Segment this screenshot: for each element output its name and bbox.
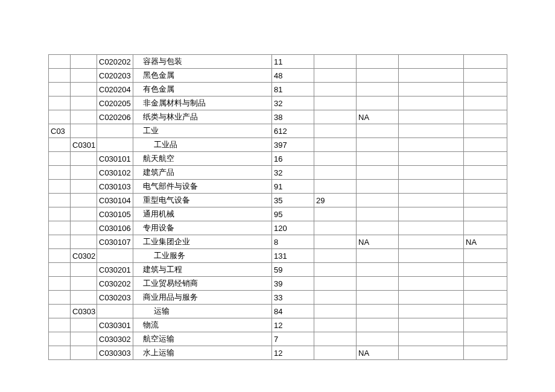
value-cell-5 xyxy=(464,277,507,291)
name-cell: 电气部件与设备 xyxy=(133,180,272,194)
value-cell-1: 397 xyxy=(272,138,314,152)
code-level3-cell: C030101 xyxy=(97,152,133,166)
table-row: C03工业612 xyxy=(49,124,507,138)
value-cell-1: 32 xyxy=(272,96,314,110)
value-cell-3 xyxy=(357,194,399,207)
value-cell-4 xyxy=(399,332,464,346)
value-cell-2 xyxy=(314,332,357,346)
value-cell-1: 131 xyxy=(272,249,314,263)
code-level1-cell xyxy=(49,180,71,194)
name-cell: 通用机械 xyxy=(133,207,272,221)
code-level1-cell xyxy=(49,138,71,152)
name-cell: 工业集团企业 xyxy=(133,235,272,249)
value-cell-5 xyxy=(464,96,507,110)
value-cell-2 xyxy=(314,207,357,221)
name-cell: 黑色金属 xyxy=(133,69,272,83)
code-level2-cell xyxy=(71,235,97,249)
name-cell: 物流 xyxy=(133,318,272,332)
table-row: C030103电气部件与设备91 xyxy=(49,180,507,194)
value-cell-5 xyxy=(464,180,507,194)
table-row: C030107工业集团企业8NANA xyxy=(49,235,507,249)
value-cell-1: 16 xyxy=(272,152,314,166)
value-cell-5 xyxy=(464,249,507,263)
value-cell-3 xyxy=(357,180,399,194)
value-cell-2 xyxy=(314,152,357,166)
value-cell-5: NA xyxy=(464,235,507,249)
value-cell-2 xyxy=(314,235,357,249)
code-level3-cell xyxy=(97,138,133,152)
table-row: C020206纸类与林业产品38NA xyxy=(49,110,507,124)
code-level2-cell xyxy=(71,221,97,235)
name-cell: 纸类与林业产品 xyxy=(133,110,272,124)
value-cell-2 xyxy=(314,249,357,263)
value-cell-3 xyxy=(357,69,399,83)
value-cell-2 xyxy=(314,166,357,180)
code-level1-cell: C03 xyxy=(49,124,71,138)
value-cell-5 xyxy=(464,346,507,360)
table-row: C0301工业品397 xyxy=(49,138,507,152)
value-cell-1: 38 xyxy=(272,110,314,124)
code-level2-cell xyxy=(71,332,97,346)
name-cell: 航天航空 xyxy=(133,152,272,166)
industry-classification-table: C020202容器与包装11C020203黑色金属48C020204有色金属81… xyxy=(48,54,507,360)
code-level1-cell xyxy=(49,249,71,263)
value-cell-1: 12 xyxy=(272,318,314,332)
table-row: C0302工业服务131 xyxy=(49,249,507,263)
value-cell-1: 8 xyxy=(272,235,314,249)
value-cell-4 xyxy=(399,221,464,235)
table-row: C020205非金属材料与制品32 xyxy=(49,96,507,110)
value-cell-5 xyxy=(464,83,507,96)
code-level2-cell xyxy=(71,124,97,138)
value-cell-1: 612 xyxy=(272,124,314,138)
value-cell-3 xyxy=(357,152,399,166)
value-cell-4 xyxy=(399,180,464,194)
code-level1-cell xyxy=(49,332,71,346)
code-level2-cell xyxy=(71,194,97,207)
value-cell-5 xyxy=(464,263,507,277)
code-level2-cell xyxy=(71,96,97,110)
value-cell-3 xyxy=(357,221,399,235)
value-cell-1: 39 xyxy=(272,277,314,291)
table-row: C030101航天航空16 xyxy=(49,152,507,166)
code-level3-cell: C020205 xyxy=(97,96,133,110)
code-level3-cell: C030107 xyxy=(97,235,133,249)
value-cell-1: 81 xyxy=(272,83,314,96)
code-level3-cell xyxy=(97,249,133,263)
code-level3-cell: C030106 xyxy=(97,221,133,235)
code-level2-cell xyxy=(71,346,97,360)
value-cell-5 xyxy=(464,291,507,305)
table-row: C030104重型电气设备3529 xyxy=(49,194,507,207)
value-cell-5 xyxy=(464,305,507,318)
code-level1-cell xyxy=(49,221,71,235)
code-level3-cell: C030203 xyxy=(97,291,133,305)
code-level1-cell xyxy=(49,235,71,249)
value-cell-2 xyxy=(314,55,357,69)
code-level1-cell xyxy=(49,207,71,221)
code-level2-cell xyxy=(71,263,97,277)
code-level2-cell xyxy=(71,83,97,96)
name-cell: 有色金属 xyxy=(133,83,272,96)
table-row: C020204有色金属81 xyxy=(49,83,507,96)
value-cell-5 xyxy=(464,110,507,124)
value-cell-3 xyxy=(357,305,399,318)
value-cell-3: NA xyxy=(357,346,399,360)
code-level2-cell xyxy=(71,277,97,291)
code-level3-cell: C030303 xyxy=(97,346,133,360)
name-cell: 水上运输 xyxy=(133,346,272,360)
table-row: C030202工业贸易经销商39 xyxy=(49,277,507,291)
value-cell-1: 59 xyxy=(272,263,314,277)
value-cell-5 xyxy=(464,166,507,180)
code-level1-cell xyxy=(49,277,71,291)
value-cell-5 xyxy=(464,55,507,69)
code-level3-cell: C030302 xyxy=(97,332,133,346)
value-cell-3 xyxy=(357,55,399,69)
value-cell-3 xyxy=(357,124,399,138)
name-cell: 工业服务 xyxy=(133,249,272,263)
value-cell-3 xyxy=(357,138,399,152)
value-cell-2 xyxy=(314,110,357,124)
code-level1-cell xyxy=(49,194,71,207)
code-level1-cell xyxy=(49,291,71,305)
value-cell-3 xyxy=(357,318,399,332)
value-cell-3 xyxy=(357,207,399,221)
value-cell-2 xyxy=(314,180,357,194)
